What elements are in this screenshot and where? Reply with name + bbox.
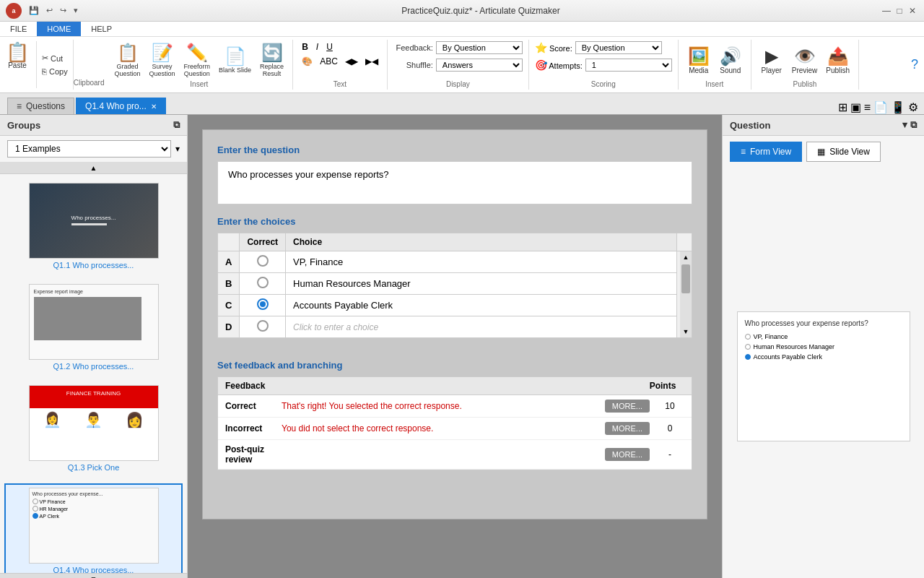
choice-letter-a: A — [218, 251, 240, 273]
panel-controls: ▾ ⧉ — [902, 119, 917, 131]
save-button[interactable]: 💾 — [26, 4, 42, 17]
choice-letter-b: B — [218, 273, 240, 295]
radio-c[interactable] — [257, 298, 269, 310]
incorrect-feedback-text: You did not select the correct response. — [282, 423, 599, 434]
rtl-button[interactable]: ◀▶ — [342, 56, 361, 67]
customize-button[interactable]: ▾ — [71, 4, 81, 17]
paste-button[interactable]: 📋 Paste — [3, 41, 32, 71]
incorrect-label: Incorrect — [225, 423, 276, 434]
survey-question-button[interactable]: 📝 SurveyQuestion — [147, 41, 178, 79]
slide-label-q1-4: Q1.4 Who processes... — [9, 566, 178, 573]
enter-question-title: Enter the question — [217, 144, 692, 155]
radio-a[interactable] — [257, 255, 269, 267]
choice-correct-d[interactable] — [240, 316, 286, 338]
tab-q1-4[interactable]: Q1.4 Who pro... ✕ — [76, 98, 166, 114]
media-button[interactable]: 🖼️ Media — [684, 45, 713, 76]
choice-correct-a[interactable] — [240, 251, 286, 273]
scroll-up-button[interactable]: ▲ — [0, 163, 187, 174]
replace-result-button[interactable]: 🔄 ReplaceResult — [257, 41, 287, 79]
help-icon[interactable]: ? — [911, 57, 918, 72]
italic-button[interactable]: I — [313, 41, 321, 53]
sound-button[interactable]: 🔊 Sound — [716, 45, 745, 76]
choice-text-c[interactable]: Accounts Payable Clerk — [286, 295, 677, 316]
publish-button[interactable]: 📤 Publish — [823, 45, 853, 76]
choice-correct-c[interactable] — [240, 295, 286, 316]
group-select-row: 1 Examples ▾ — [0, 136, 187, 163]
spell-check-button[interactable]: ABC — [317, 56, 341, 67]
tabs-bar: ≡ Questions Q1.4 Who pro... ✕ ⊞ ▣ ≡ 📄 📱 … — [0, 93, 924, 115]
radio-b[interactable] — [257, 277, 269, 288]
settings-icon[interactable]: ⚙ — [908, 100, 918, 114]
mobile-view-icon[interactable]: 📱 — [891, 100, 905, 114]
slide-label-q1-2: Q1.2 Who processes... — [7, 362, 180, 371]
notes-view-icon[interactable]: 📄 — [873, 100, 888, 114]
radio-d[interactable] — [257, 320, 269, 332]
choice-text-d[interactable]: Click to enter a choice — [286, 316, 677, 338]
preview-button[interactable]: 👁️ Preview — [789, 45, 821, 76]
feedback-section-title: Set feedback and branching — [217, 360, 692, 371]
tab-close-button[interactable]: ✕ — [151, 103, 157, 111]
choices-scroll-up[interactable]: ▲ — [680, 251, 692, 263]
view-icons: ⊞ ▣ ≡ 📄 📱 ⚙ — [838, 100, 924, 114]
display-group-label: Display — [446, 80, 470, 88]
choice-text-a[interactable]: VP, Finance — [286, 251, 677, 273]
text-group: B I U 🎨 ABC ◀▶ ▶◀ Text — [293, 40, 388, 90]
cut-button[interactable]: ✂Cut — [40, 52, 70, 64]
tab-file[interactable]: FILE — [0, 22, 37, 36]
slide-view-button[interactable]: ▦ Slide View — [806, 142, 881, 162]
maximize-button[interactable]: □ — [894, 5, 905, 17]
attempts-label: 🎯 Attempts: — [535, 59, 583, 71]
ribbon: FILE HOME HELP 📋 Paste ✂Cut ⎘Copy — [0, 22, 924, 93]
tab-questions[interactable]: ≡ Questions — [7, 98, 74, 114]
incorrect-more-button[interactable]: MORE... — [605, 422, 650, 435]
minimize-button[interactable]: — — [881, 5, 892, 17]
player-button[interactable]: ▶ Player — [757, 45, 786, 76]
panel-detach-icon[interactable]: ⧉ — [910, 119, 917, 131]
choices-scrollbar-thumb[interactable] — [681, 264, 690, 293]
shuffle-row: Shuffle: Answers — [393, 59, 523, 72]
attempts-row: 🎯 Attempts: 1 — [535, 59, 672, 72]
slide-view-icon[interactable]: ▣ — [850, 100, 861, 114]
bold-button[interactable]: B — [299, 41, 311, 53]
freeform-question-button[interactable]: ✏️ FreeformQuestion — [181, 41, 214, 79]
group-select[interactable]: 1 Examples — [7, 140, 171, 158]
blank-slide-button[interactable]: 📄 Blank Slide — [216, 45, 254, 75]
normal-view-icon[interactable]: ⊞ — [838, 100, 847, 114]
slide-item-q1-2[interactable]: Expense report image Q1.2 Who processes.… — [4, 281, 183, 374]
slide-item-q1-1[interactable]: Who processes... Q1.1 Who processes... — [4, 180, 183, 272]
main-area: Groups ⧉ 1 Examples ▾ ▲ Who processes... — [0, 115, 924, 578]
graded-question-button[interactable]: 📋 GradedQuestion — [112, 41, 144, 79]
undo-button[interactable]: ↩ — [43, 4, 56, 17]
ribbon-content: 📋 Paste ✂Cut ⎘Copy Clipboard 📋 — [0, 36, 924, 92]
correct-more-button[interactable]: MORE... — [605, 400, 650, 413]
choices-scroll-down[interactable]: ▼ — [680, 326, 692, 337]
publish-group-label: Publish — [793, 80, 817, 88]
choice-correct-b[interactable] — [240, 273, 286, 295]
underline-button[interactable]: U — [323, 41, 336, 53]
outline-view-icon[interactable]: ≡ — [864, 101, 871, 114]
shuffle-select[interactable]: Answers — [436, 59, 523, 72]
feedback-section: Feedback Points Correct That's right! Yo… — [217, 376, 692, 470]
feedback-select[interactable]: By Question — [436, 41, 523, 54]
scroll-down-button[interactable]: ▼ — [0, 573, 187, 578]
score-select[interactable]: By Question — [575, 41, 662, 54]
tab-home[interactable]: HOME — [37, 22, 81, 36]
slide-item-q1-4[interactable]: Who processes your expense... VP Finance… — [4, 483, 183, 573]
attempts-select[interactable]: 1 — [585, 59, 672, 72]
media-insert-group: 🖼️ Media 🔊 Sound Insert — [679, 40, 751, 90]
postquiz-more-button[interactable]: MORE... — [605, 448, 650, 461]
text-color-button[interactable]: 🎨 — [299, 56, 315, 67]
copy-button[interactable]: ⎘Copy — [40, 66, 70, 77]
ltr-button[interactable]: ▶◀ — [362, 56, 381, 67]
postquiz-points: - — [655, 449, 684, 460]
question-box[interactable]: Who processes your expense reports? — [217, 161, 692, 204]
sidebar-collapse-button[interactable]: ⧉ — [173, 119, 180, 131]
close-button[interactable]: ✕ — [907, 5, 918, 17]
letter-col-header — [218, 233, 240, 251]
slide-item-q1-3[interactable]: FINANCE TRAINING 👩‍💼 👨‍💼 👩 Q1.3 Pick One — [4, 382, 183, 475]
choice-text-b[interactable]: Human Resources Manager — [286, 273, 677, 295]
tab-help[interactable]: HELP — [81, 22, 122, 36]
redo-button[interactable]: ↪ — [57, 4, 69, 17]
panel-collapse-icon[interactable]: ▾ — [902, 119, 907, 131]
form-view-button[interactable]: ≡ Form View — [730, 142, 802, 162]
